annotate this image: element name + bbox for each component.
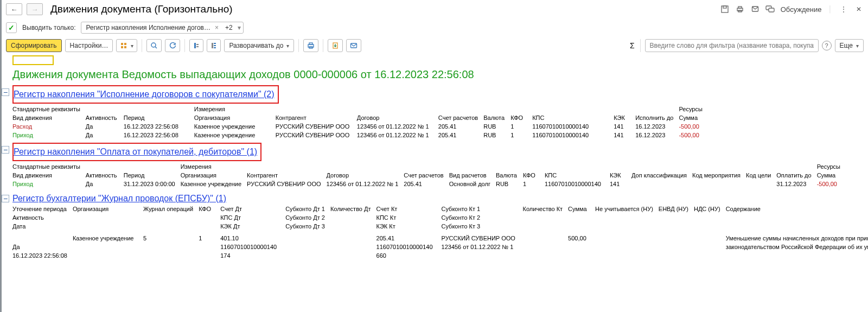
cell: РУССКИЙ СУВЕНИР ООО [276,131,357,139]
output-only-checkbox[interactable]: ✓ [6,22,17,33]
table-row: Приход Да 16.12.2023 22:56:08 Казенное у… [12,131,708,139]
print-button[interactable] [303,39,318,52]
sigma-icon[interactable]: Σ [629,41,636,50]
cell: RUB [483,122,510,131]
cell: законодательством Российской Федерации о… [726,243,868,251]
find-button[interactable] [146,39,162,52]
variants-button[interactable]: ▾ [116,39,137,52]
save-icon[interactable] [720,4,730,14]
cell: 31.12.2023 [776,180,816,188]
close-icon[interactable]: ✕ [854,4,864,14]
section-dims: Измерения [194,105,276,113]
collapse-all-button[interactable] [189,39,203,52]
refresh-button[interactable] [165,39,180,52]
col-head: Период [124,171,181,180]
col-head: Валюта [496,171,523,180]
table-row: Казенное учреждение 5 1 401.10 205.41 РУ… [12,234,868,243]
col-head: Счет расчетов [404,171,449,180]
cell [12,234,73,243]
highlight-box: Регистр накопления "Оплата от покупателе… [12,143,261,161]
svg-rect-15 [196,46,199,47]
cell: 1 [510,131,532,139]
col-head: Активность [86,113,124,122]
svg-rect-18 [214,45,216,46]
col-head: ЕНВД (НУ) [659,205,694,213]
collapse-toggle[interactable]: − [2,88,9,96]
cell [692,180,746,188]
section-res: Ресурсы [679,105,707,113]
cell: 205.41 [376,234,442,243]
section-std: Стандартные реквизиты [12,105,86,113]
register-link-3[interactable]: Регистр бухгалтерии "Журнал проводок (ЕП… [12,194,226,203]
separator [184,39,185,52]
generate-button[interactable]: Сформировать [6,39,62,52]
section-res: Ресурсы [817,162,846,171]
cell: Приход [12,131,86,139]
help-icon[interactable]: ? [822,41,832,50]
register-link-1[interactable]: Регистр накопления "Исполнение договоров… [14,90,275,99]
col-head: Активность [12,213,73,222]
cell: 141 [610,180,631,188]
register-link-2[interactable]: Регистр накопления "Оплата от покупателе… [14,147,257,157]
expand-all-button[interactable] [207,39,221,52]
cell: -500,00 [679,122,707,131]
separator: │ [827,5,834,13]
chevron-down-icon[interactable]: ▾ [238,24,241,31]
filter-row: ✓ Выводить только: Регистр накопления Ис… [2,18,868,37]
filter-input[interactable] [645,39,819,52]
register-select[interactable]: Регистр накопления Исполнение догов… × +… [81,22,244,34]
separator [298,39,299,52]
col-head: КФО [510,113,532,122]
col-head: Субконто Дт 3 [285,222,330,231]
expand-to-button[interactable]: Разворачивать до▾ [224,39,294,52]
col-head: Код цели [746,171,776,180]
col-head: Счет Дт [220,205,285,213]
col-head: Субконто Дт 2 [285,213,330,222]
back-button[interactable]: ← [6,3,22,15]
svg-rect-16 [212,43,213,48]
svg-rect-3 [738,7,742,8]
highlight-box: Регистр накопления "Исполнение договоров… [12,85,279,104]
print-icon[interactable] [735,4,745,14]
collapse-toggle[interactable]: − [2,195,9,202]
discussion-icon[interactable] [765,4,775,14]
save-file-button[interactable] [328,39,343,52]
cell: 11607010010000140 [376,243,442,251]
settings-button[interactable]: Настройки… [65,39,113,52]
collapse-toggle[interactable]: − [2,146,9,154]
svg-rect-7 [769,8,774,12]
cell: 11607010010000140 [220,243,285,251]
col-head: Вид движения [12,113,86,122]
col-head: Вид расчетов [449,171,496,180]
table-register-3: Уточнение периода Организация Журнал опе… [12,205,868,260]
register-select-text: Регистр накопления Исполнение догов… [86,24,210,31]
cell: 11607010010000140 [532,122,614,131]
cell: 123456 от 01.12.2022 № 1 [327,180,404,188]
register-select-extra: +2 [225,24,233,31]
email-button[interactable] [346,39,361,52]
col-head: Оплатить до [776,171,816,180]
cell: 205.41 [404,180,449,188]
section-dims: Измерения [181,162,247,171]
more-button[interactable]: Еще▾ [835,39,864,52]
cell: 16.12.2023 [635,122,679,131]
cell: 141 [614,122,635,131]
col-head: Исполнить до [635,113,679,122]
table-register-2: Стандартные реквизиты Измерения Ресурсы … [12,162,846,188]
cell: Казенное учреждение [73,234,143,243]
col-head: КПС Дт [220,213,285,222]
clear-tag-icon[interactable]: × [215,24,219,31]
send-icon[interactable] [750,4,760,14]
cell: Да [86,180,124,188]
cell: 123456 от 01.12.2022 № 1 [357,122,438,131]
col-head: Период [124,113,194,122]
col-head: Субконто Кт 1 [442,205,523,213]
kebab-icon[interactable]: ⋮ [839,4,848,14]
cell: 660 [376,251,442,260]
col-head: КФО [523,171,545,180]
cell: 401.10 [220,234,285,243]
cell: 123456 от 01.12.2022 № 1 [442,243,523,251]
col-head: КЭК Дт [220,222,285,231]
discussion-label[interactable]: Обсуждение [781,5,822,14]
col-head: Организация [181,171,247,180]
